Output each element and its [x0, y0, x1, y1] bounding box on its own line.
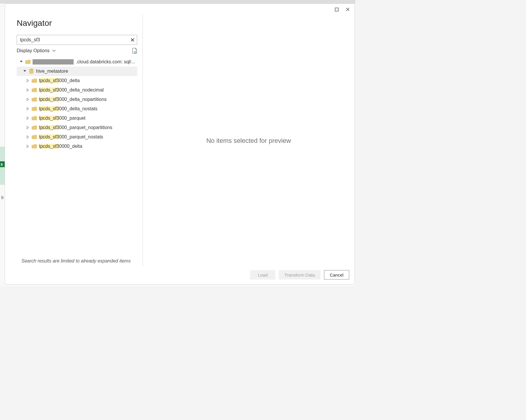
highlight-match: tpcds_sf3: [39, 87, 59, 92]
tree-schema-item[interactable]: tpcds_sf3000_delta_nostats: [17, 104, 137, 114]
tree-item-label: tpcds_sf3000_delta_nopartitions: [39, 97, 106, 102]
tree-item-label: tpcds_sf3000_parquet_nopartitions: [39, 125, 112, 130]
redacted-host: [33, 59, 74, 65]
expand-icon[interactable]: [26, 98, 30, 101]
close-dialog-button[interactable]: [344, 6, 352, 13]
search-input[interactable]: [19, 37, 130, 43]
highlight-match: tpcds_sf3: [39, 78, 59, 83]
side-text: fr: [1, 195, 4, 200]
folder-icon: [31, 135, 37, 139]
load-button[interactable]: Load: [250, 270, 275, 280]
maximize-icon: [335, 8, 339, 11]
cancel-button[interactable]: Cancel: [324, 270, 349, 280]
expand-icon[interactable]: [26, 126, 30, 129]
collapse-icon[interactable]: [19, 61, 23, 63]
tree-root-label: .cloud.databricks.com: sql/...: [76, 59, 135, 65]
folder-icon: [31, 79, 37, 83]
expand-icon[interactable]: [26, 107, 30, 110]
tree-view: .cloud.databricks.com: sql/... hive_meta…: [17, 57, 137, 254]
dialog-title: Navigator: [17, 18, 137, 28]
close-icon: [346, 7, 350, 11]
expand-icon[interactable]: [26, 117, 30, 120]
search-limited-hint: Search results are limited to already ex…: [21, 258, 133, 264]
tree-item-label: tpcds_sf3000_delta_nostats: [39, 106, 97, 111]
tree-schema-item[interactable]: tpcds_sf3000_parquet_nostats: [17, 132, 137, 142]
folder-icon: [31, 97, 37, 101]
tree-root-connection[interactable]: .cloud.databricks.com: sql/...: [17, 57, 137, 67]
tree-item-label: tpcds_sf3000_delta_nodecimal: [39, 87, 104, 93]
highlight-match: tpcds_sf3: [39, 144, 59, 149]
folder-icon: [25, 60, 31, 64]
folder-icon: [31, 144, 37, 148]
tree-schema-item[interactable]: tpcds_sf30000_delta: [17, 142, 137, 151]
folder-icon: [31, 116, 37, 120]
dialog-button-row: Load Transform Data Cancel: [5, 267, 354, 284]
folder-icon: [31, 107, 37, 111]
expand-icon[interactable]: [26, 89, 30, 92]
svg-rect-0: [335, 8, 338, 11]
display-options-label: Display Options: [17, 48, 50, 53]
folder-icon: [31, 88, 37, 92]
tree-item-label: tpcds_sf3000_delta: [39, 78, 80, 83]
highlight-match: tpcds_sf3: [39, 134, 59, 139]
maximize-button[interactable]: [333, 6, 340, 13]
tree-item-label: tpcds_sf3000_parquet: [39, 116, 85, 121]
clear-search-button[interactable]: [130, 38, 135, 42]
expand-icon[interactable]: [26, 136, 30, 138]
navigator-dialog: Navigator Display Options: [5, 4, 355, 284]
chevron-down-icon: [52, 50, 55, 52]
database-icon: [28, 69, 34, 74]
expand-icon[interactable]: [26, 145, 30, 148]
transform-data-button[interactable]: Transform Data: [279, 270, 320, 280]
tree-item-label: tpcds_sf3000_parquet_nostats: [39, 134, 103, 140]
tree-item-label: tpcds_sf30000_delta: [39, 144, 82, 149]
tree-schema-item[interactable]: tpcds_sf3000_parquet: [17, 114, 137, 123]
refresh-preview-button[interactable]: [132, 48, 137, 54]
ribbon-background: [0, 0, 355, 4]
folder-icon: [31, 126, 37, 130]
tree-metastore-label: hive_metastore: [36, 69, 68, 74]
tree-metastore[interactable]: hive_metastore: [17, 67, 137, 76]
highlight-match: tpcds_sf3: [39, 125, 59, 130]
tree-schema-item[interactable]: tpcds_sf3000_delta: [17, 76, 137, 85]
highlight-match: tpcds_sf3: [39, 97, 59, 102]
clear-icon: [130, 38, 135, 42]
preview-empty-message: No items selected for preview: [206, 137, 291, 145]
search-box[interactable]: [17, 35, 137, 45]
refresh-file-icon: [132, 48, 137, 54]
dialog-titlebar: [5, 4, 354, 15]
tree-schema-item[interactable]: tpcds_sf3000_delta_nodecimal: [17, 85, 137, 95]
highlight-match: tpcds_sf3: [39, 116, 59, 121]
highlight-match: tpcds_sf3: [39, 106, 59, 111]
collapse-icon[interactable]: [23, 70, 27, 73]
tree-schema-item[interactable]: tpcds_sf3000_parquet_nopartitions: [17, 123, 137, 132]
tree-schema-item[interactable]: tpcds_sf3000_delta_nopartitions: [17, 95, 137, 104]
left-pane: Navigator Display Options: [17, 15, 143, 267]
expand-icon[interactable]: [26, 79, 30, 82]
display-options-dropdown[interactable]: Display Options: [17, 48, 55, 53]
preview-pane: No items selected for preview: [143, 15, 354, 267]
